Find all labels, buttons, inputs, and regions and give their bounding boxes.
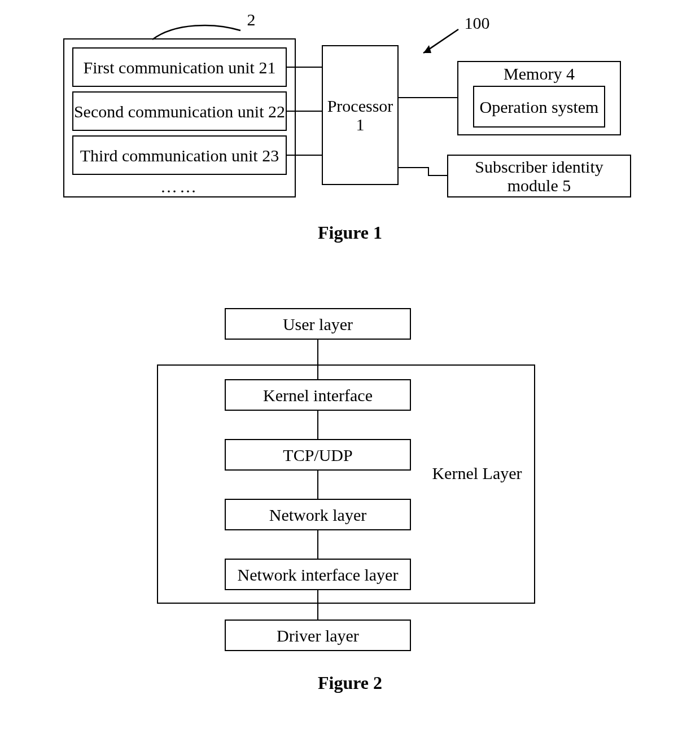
user-layer-box: User layer [225, 308, 411, 340]
memory-title: Memory 4 [457, 64, 621, 83]
operation-system-box: Operation system [473, 86, 605, 128]
operation-system-label: Operation system [480, 98, 599, 116]
second-comm-unit-box: Second communication unit 22 [72, 91, 287, 131]
processor-box: Processor 1 [322, 45, 399, 185]
conn-cu2-proc [287, 111, 322, 112]
conn-net-nil [317, 530, 318, 559]
tcp-udp-label: TCP/UDP [283, 446, 352, 464]
user-layer-label: User layer [283, 315, 353, 333]
conn-proc-sim-h2 [428, 175, 447, 176]
kernel-container-label: Kernel Layer [429, 463, 525, 484]
page-root: First communication unit 21 Second commu… [0, 0, 700, 738]
fig2-caption: Figure 2 [0, 673, 700, 693]
conn-proc-mem [399, 97, 457, 98]
first-comm-unit-box: First communication unit 21 [72, 47, 287, 87]
fig1-caption: Figure 1 [0, 222, 700, 243]
third-comm-unit-label: Third communication unit 23 [80, 146, 279, 165]
ref-sys-label: 100 [457, 14, 497, 32]
nil-box: Network interface layer [225, 559, 411, 590]
conn-cu3-proc [287, 155, 322, 156]
kernel-interface-label: Kernel interface [263, 386, 373, 405]
leader-sys-arrow [412, 26, 463, 60]
network-layer-label: Network layer [269, 506, 366, 524]
conn-proc-sim-h1 [399, 167, 429, 168]
comm-units-more: …… [72, 177, 287, 196]
first-comm-unit-label: First communication unit 21 [84, 58, 276, 77]
conn-cu1-proc [287, 67, 322, 68]
processor-label: Processor 1 [323, 96, 397, 134]
leader-cu-curve [152, 20, 243, 44]
driver-layer-label: Driver layer [277, 626, 359, 645]
sim-label: Subscriber identity module 5 [448, 157, 630, 195]
tcp-udp-box: TCP/UDP [225, 439, 411, 471]
ref-cu-label: 2 [243, 10, 260, 29]
conn-tcp-net [317, 471, 318, 499]
svg-marker-1 [423, 45, 431, 53]
kernel-interface-box: Kernel interface [225, 379, 411, 411]
nil-label: Network interface layer [238, 565, 399, 584]
sim-box: Subscriber identity module 5 [447, 155, 631, 197]
driver-layer-box: Driver layer [225, 620, 411, 651]
network-layer-box: Network layer [225, 499, 411, 530]
conn-nil-driver [317, 590, 318, 620]
conn-user-ki [317, 340, 318, 379]
conn-ki-tcp [317, 411, 318, 439]
third-comm-unit-box: Third communication unit 23 [72, 135, 287, 175]
second-comm-unit-label: Second communication unit 22 [74, 102, 285, 121]
